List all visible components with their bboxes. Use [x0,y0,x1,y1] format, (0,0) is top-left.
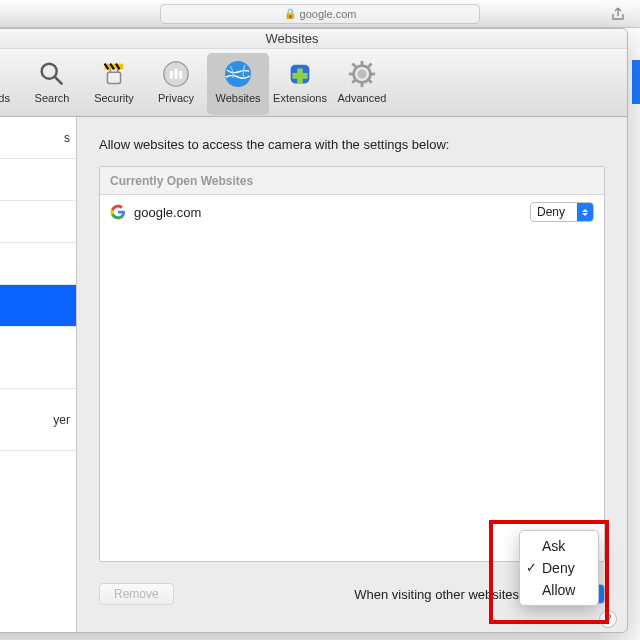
key-icon [0,57,7,91]
search-icon [35,57,69,91]
preferences-window: Websites Passwords Search Security Priva… [0,28,628,633]
footer-label: When visiting other websites [354,587,519,602]
sidebar-item[interactable]: yer [0,389,76,451]
main-panel: Allow websites to access the camera with… [77,117,627,632]
background-button-sliver [632,60,640,104]
websites-list-panel: Currently Open Websites google.com Deny [99,166,605,562]
site-policy-select[interactable]: Deny [530,202,594,222]
address-text: google.com [300,8,357,20]
preferences-toolbar: Passwords Search Security Privacy Websit… [0,49,627,117]
toolbar-label: Passwords [0,92,10,104]
toolbar-label: Search [35,92,70,104]
toolbar-label: Advanced [338,92,387,104]
google-favicon-icon [110,204,126,220]
svg-point-8 [357,69,366,78]
section-header: Currently Open Websites [100,167,604,195]
security-icon [97,57,131,91]
lock-icon: 🔒 [284,8,296,19]
sidebar-item[interactable]: s [0,117,76,159]
menu-item-deny[interactable]: ✓Deny [520,557,598,579]
sidebar: s . . . . yer [0,117,77,632]
sidebar-item[interactable]: . [0,327,76,389]
sidebar-item[interactable]: . [0,159,76,201]
check-icon: ✓ [526,560,537,575]
select-value: Deny [531,205,577,219]
sidebar-item-selected[interactable] [0,285,76,327]
share-icon[interactable] [610,6,628,22]
site-name: google.com [134,205,530,220]
svg-point-2 [42,64,57,79]
content-area: s . . . . yer Allow websites to access t… [0,117,627,632]
toolbar-item-security[interactable]: Security [83,53,145,115]
toolbar-label: Privacy [158,92,194,104]
toolbar-item-search[interactable]: Search [21,53,83,115]
instruction-text: Allow websites to access the camera with… [99,137,605,152]
toolbar-label: Extensions [273,92,327,104]
sidebar-item[interactable]: . [0,201,76,243]
panel-footer: Remove When visiting other websites Deny… [99,570,605,618]
help-icon[interactable]: ? [599,610,617,628]
gear-icon [345,57,379,91]
toolbar-item-extensions[interactable]: Extensions [269,53,331,115]
address-bar[interactable]: 🔒 google.com [160,4,480,24]
window-title: Websites [0,29,627,49]
chevron-updown-icon [577,203,593,221]
toolbar-item-privacy[interactable]: Privacy [145,53,207,115]
remove-button[interactable]: Remove [99,583,174,605]
privacy-icon [159,57,193,91]
extensions-icon [283,57,317,91]
svg-rect-3 [107,72,120,83]
sidebar-item[interactable]: . [0,243,76,285]
toolbar-item-advanced[interactable]: Advanced [331,53,393,115]
globe-icon [221,57,255,91]
toolbar-item-passwords[interactable]: Passwords [0,53,21,115]
dropdown-menu: Ask ✓Deny Allow [519,530,599,606]
menu-item-allow[interactable]: Allow [520,579,598,601]
toolbar-label: Security [94,92,134,104]
site-row[interactable]: google.com Deny [100,195,604,229]
svg-point-6 [225,61,251,87]
menu-item-ask[interactable]: Ask [520,535,598,557]
browser-toolbar: 🔒 google.com [0,0,640,28]
toolbar-item-websites[interactable]: Websites [207,53,269,115]
toolbar-label: Websites [215,92,260,104]
